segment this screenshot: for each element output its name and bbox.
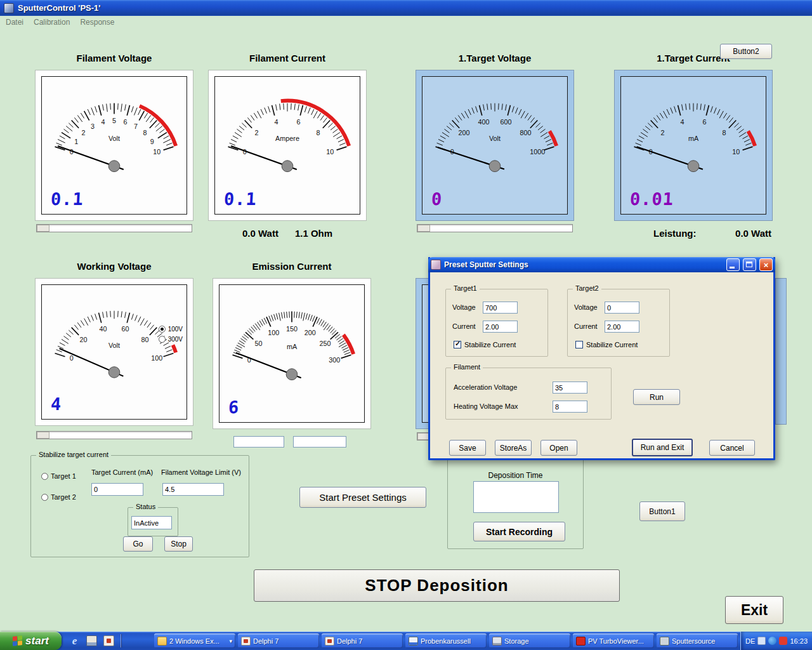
target2-current-input[interactable] bbox=[605, 321, 639, 333]
start-preset-settings-button[interactable]: Start Preset Settings bbox=[299, 487, 426, 508]
digital-readout: 0.1 bbox=[50, 189, 84, 209]
status-caption: Status bbox=[133, 503, 158, 510]
store-as-button[interactable]: StoreAs bbox=[495, 440, 532, 456]
dialog-titlebar[interactable]: Preset Sputter Settings × bbox=[428, 257, 775, 272]
gauge-face: 0246810mA 0.01 bbox=[620, 76, 766, 215]
button2[interactable]: Button2 bbox=[720, 44, 772, 59]
target1-voltage-slider[interactable] bbox=[417, 224, 573, 232]
svg-text:6: 6 bbox=[124, 118, 128, 126]
task-delphi-1[interactable]: Delphi 7 bbox=[238, 633, 319, 648]
radio-icon bbox=[41, 473, 48, 480]
stabilize-current-checkbox-2[interactable]: Stabilize Current bbox=[575, 341, 638, 348]
show-desktop-icon[interactable] bbox=[86, 635, 97, 646]
radio-target-1[interactable]: Target 1 bbox=[41, 472, 76, 480]
svg-text:Volt: Volt bbox=[489, 135, 501, 142]
target-current-input[interactable] bbox=[91, 483, 143, 496]
status-field[interactable] bbox=[131, 516, 172, 529]
svg-text:150: 150 bbox=[286, 325, 298, 333]
filament-voltage-limit-input[interactable] bbox=[162, 483, 224, 496]
save-button[interactable]: Save bbox=[449, 440, 486, 456]
emission-field-2[interactable] bbox=[293, 436, 346, 448]
svg-text:4: 4 bbox=[680, 118, 684, 126]
task-label: Delphi 7 bbox=[337, 637, 362, 645]
sputter-control-window: SputterControl 'PS-1' Datei Calibration … bbox=[0, 0, 812, 650]
language-indicator[interactable]: DE bbox=[745, 637, 755, 645]
task-label: PV TurboViewer... bbox=[588, 637, 644, 645]
start-recording-button[interactable]: Start Recording bbox=[473, 522, 565, 541]
target1-current-gauge: 1.Target Current 0246810mA 0.01 bbox=[614, 70, 773, 221]
task-storage[interactable]: Storage bbox=[489, 633, 570, 648]
drive-icon bbox=[492, 637, 502, 646]
slider-thumb[interactable] bbox=[417, 225, 430, 232]
stop-button[interactable]: Stop bbox=[164, 536, 193, 552]
delphi-quicklaunch-icon[interactable] bbox=[103, 635, 114, 646]
menu-datei[interactable]: Datei bbox=[6, 18, 23, 27]
heating-voltage-max-input[interactable] bbox=[553, 401, 587, 413]
maximize-button[interactable] bbox=[743, 258, 756, 271]
slider-thumb[interactable] bbox=[37, 225, 49, 232]
run-and-exit-button[interactable]: Run and Exit bbox=[632, 439, 693, 456]
svg-text:60: 60 bbox=[122, 325, 129, 333]
svg-text:6: 6 bbox=[297, 118, 301, 126]
acceleration-voltage-input[interactable] bbox=[553, 381, 587, 394]
radio-300v[interactable]: 300V bbox=[159, 336, 183, 343]
stabilize-current-checkbox-1[interactable]: Stabilize Current bbox=[454, 341, 516, 348]
target2-voltage-input[interactable] bbox=[605, 302, 639, 314]
network-icon[interactable] bbox=[768, 637, 776, 645]
cancel-button[interactable]: Cancel bbox=[709, 440, 755, 456]
target1-voltage-gauge: 1.Target Voltage 02004006008001000Volt 0 bbox=[416, 70, 574, 221]
slider-thumb[interactable] bbox=[37, 432, 49, 439]
window-titlebar[interactable]: SputterControl 'PS-1' bbox=[0, 0, 812, 16]
digital-readout: 0.01 bbox=[629, 189, 674, 209]
task-windows-explorer-group[interactable]: 2 Windows Ex... ▾ bbox=[154, 633, 235, 648]
task-delphi-2[interactable]: Delphi 7 bbox=[322, 633, 403, 648]
dialog-client-area: Target1 Voltage Current Stabilize Curren… bbox=[430, 272, 773, 458]
filament-voltage-slider[interactable] bbox=[36, 224, 192, 232]
deposition-panel: Deposition Time Start Recording bbox=[447, 456, 584, 549]
deposition-time-field[interactable] bbox=[473, 481, 559, 513]
start-button[interactable]: start bbox=[0, 632, 62, 650]
deposition-time-label: Deposition Time bbox=[448, 471, 583, 480]
task-pv-turboviewer[interactable]: PV TurboViewer... bbox=[573, 633, 654, 648]
target2-group: Target2 Voltage Current Stabilize Curren… bbox=[567, 289, 670, 357]
display-settings-icon[interactable] bbox=[757, 637, 766, 645]
target1-voltage-input[interactable] bbox=[483, 302, 518, 314]
gauge-title: 1.Target Voltage bbox=[409, 53, 581, 63]
go-button[interactable]: Go bbox=[123, 536, 153, 552]
open-button[interactable]: Open bbox=[540, 440, 577, 456]
emission-current-gauge: Emission Current 050100150200250300mA 6 bbox=[213, 278, 371, 429]
window-title: SputterControl 'PS-1' bbox=[18, 3, 100, 13]
button1[interactable]: Button1 bbox=[639, 501, 685, 521]
svg-text:100: 100 bbox=[151, 354, 162, 362]
menu-calibration[interactable]: Calibration bbox=[34, 18, 70, 27]
menu-response[interactable]: Response bbox=[80, 18, 114, 27]
checkbox-label: Stabilize Current bbox=[586, 341, 638, 348]
app-icon bbox=[660, 637, 669, 646]
gauge-face: 012345678910Volt 0.1 bbox=[41, 76, 187, 215]
close-button[interactable]: × bbox=[759, 258, 773, 271]
task-probenkarussell[interactable]: Probenkarussell bbox=[405, 633, 487, 648]
target1-current-input[interactable] bbox=[483, 321, 518, 333]
svg-text:400: 400 bbox=[478, 118, 489, 126]
task-sputtersource[interactable]: Sputtersource bbox=[657, 633, 738, 648]
dialog-icon bbox=[431, 260, 441, 270]
stop-deposition-button[interactable]: STOP Deposition bbox=[254, 569, 620, 602]
emission-field-1[interactable] bbox=[233, 436, 284, 448]
internet-explorer-icon[interactable]: e bbox=[69, 635, 80, 646]
folder-icon bbox=[157, 637, 167, 646]
quick-launch-bar: e bbox=[64, 632, 126, 650]
radio-target-2[interactable]: Target 2 bbox=[41, 493, 76, 501]
group-caption: Filament bbox=[451, 363, 483, 371]
run-button[interactable]: Run bbox=[633, 389, 680, 405]
svg-text:8: 8 bbox=[722, 129, 726, 136]
antivirus-icon[interactable] bbox=[779, 637, 787, 645]
clock[interactable]: 16:23 bbox=[790, 637, 808, 645]
task-label: Delphi 7 bbox=[253, 637, 278, 645]
minimize-button[interactable] bbox=[726, 258, 740, 271]
working-voltage-slider[interactable] bbox=[36, 431, 192, 439]
exit-button[interactable]: Exit bbox=[725, 596, 783, 624]
svg-text:800: 800 bbox=[520, 129, 531, 136]
radio-label: Target 1 bbox=[51, 472, 76, 480]
svg-text:Ampere: Ampere bbox=[275, 135, 299, 142]
radio-100v[interactable]: 100V bbox=[159, 326, 183, 333]
